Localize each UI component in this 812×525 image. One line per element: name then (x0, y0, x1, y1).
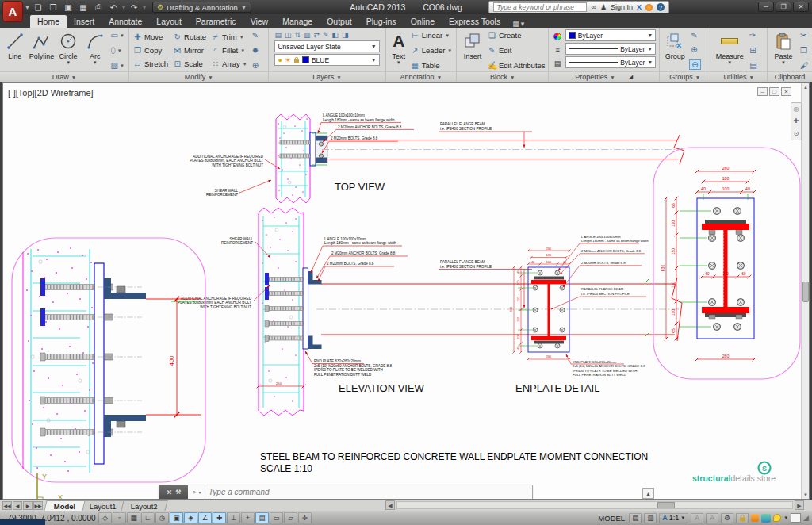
table-tool[interactable]: ▦Table (411, 61, 453, 70)
redo-icon[interactable]: ↷ (128, 2, 140, 13)
copy-clip-icon[interactable]: ❐ (799, 46, 810, 55)
overkill-tool-icon[interactable]: ⊕ (251, 61, 260, 70)
search-input[interactable] (493, 2, 587, 12)
id-point-icon[interactable]: ▤ (748, 61, 758, 70)
trusted-autodesk-icon[interactable] (773, 514, 781, 522)
drawing-area[interactable]: L ANGLE 100x100x10mm Length 180mm - same… (2, 82, 810, 500)
tab-output[interactable]: Output (320, 15, 359, 28)
application-menu-caret-icon[interactable]: ▼ (25, 5, 30, 10)
layer-states-icon[interactable]: ◫ (285, 31, 292, 39)
exchange-apps-icon[interactable]: X (637, 3, 642, 11)
quick-calc-icon[interactable]: ⊞ (748, 46, 758, 55)
layer-properties-icon[interactable]: ▤ (274, 31, 282, 39)
layer-state-dropdown[interactable]: Unsaved Layer State ▼ (274, 40, 379, 52)
utilities-panel-footer[interactable]: Utilities▼ (710, 71, 767, 82)
ellipse-tool-icon[interactable]: ⬯ ▼ (109, 46, 126, 56)
status-menu-caret-icon[interactable]: ▼ (783, 515, 788, 520)
grid-display-icon[interactable]: ▦ (127, 512, 140, 523)
layer-prev-icon[interactable]: ◧ (332, 31, 339, 39)
tab-express-tools[interactable]: Express Tools (442, 15, 508, 28)
layer-walk-icon[interactable]: ◨ (342, 31, 349, 39)
insert-block-tool[interactable]: Insert (459, 29, 486, 71)
tab-manage[interactable]: Manage (275, 15, 320, 28)
layer-isolate-icon[interactable]: ⇅ (294, 31, 301, 39)
isolate-objects-icon[interactable] (761, 514, 771, 523)
create-block-tool[interactable]: ❏Create (488, 31, 546, 40)
zoom-icon[interactable]: ⊙ (794, 130, 799, 137)
annotation-autoscale-icon[interactable]: A (706, 513, 718, 523)
minimize-button[interactable]: ─ (758, 2, 774, 12)
paste-tool[interactable]: Paste ▼ (770, 29, 797, 71)
application-menu-button[interactable]: A (2, 1, 23, 22)
hscroll-left-icon[interactable]: ◀ (385, 500, 395, 510)
layer-freeze-icon[interactable]: ▥ (304, 31, 311, 39)
paste-caret-icon[interactable]: ▼ (781, 60, 786, 65)
last-tab-icon[interactable]: ▶▶ (33, 501, 43, 510)
object-snap-tracking-icon[interactable]: ∠ (198, 512, 212, 523)
layer-freeze-sun-icon[interactable]: ☀ (285, 56, 291, 64)
workspace-switching-icon[interactable]: ⚙ (721, 513, 733, 523)
trim-tool[interactable]: ⌿Trim▼ (211, 30, 247, 44)
edit-block-tool[interactable]: ✎Edit (488, 46, 546, 55)
save-icon[interactable]: ▣ (62, 2, 75, 13)
undo-icon[interactable]: ↶ (107, 2, 120, 13)
tab-view[interactable]: View (243, 15, 276, 28)
modify-panel-footer[interactable]: Modify▼ (129, 71, 268, 82)
object-color-dropdown[interactable]: ByLayer ▼ (565, 29, 656, 41)
tab-model[interactable]: Model (44, 500, 86, 511)
doc-minimize-icon[interactable]: ─ (757, 87, 768, 96)
hscroll-right-icon[interactable]: ▶ (795, 500, 804, 510)
command-grip[interactable]: ✕ ⚒ (159, 485, 188, 499)
scale-tool[interactable]: ⊡Scale (173, 57, 206, 71)
edit-attributes-tool[interactable]: ✍Edit Attributes (488, 61, 546, 70)
search-binoculars-icon[interactable]: ∞ (591, 3, 596, 11)
new-file-icon[interactable]: ❏ (32, 2, 44, 13)
copy-tool[interactable]: ❐Copy (133, 44, 168, 57)
horizontal-scrollbar[interactable] (396, 501, 793, 509)
doc-restore-icon[interactable]: ❐ (769, 87, 779, 96)
object-snap-icon[interactable]: ▣ (170, 512, 183, 523)
command-history-icon[interactable]: ▲ (642, 488, 654, 499)
line-tool[interactable]: Line (2, 29, 28, 71)
move-tool[interactable]: ✚Move (133, 30, 168, 44)
undo-caret-icon[interactable]: ▾ (122, 4, 125, 11)
command-input[interactable] (205, 485, 532, 499)
infer-constraints-icon[interactable]: ◇ (98, 512, 112, 523)
vertical-scrollbar[interactable]: ▲ ▼ (801, 83, 809, 499)
save-as-icon[interactable]: ▦ (77, 2, 90, 13)
quick-view-layouts-icon[interactable]: ▥ (644, 513, 657, 523)
command-close-icon[interactable]: ✕ (167, 489, 173, 496)
communication-center-icon[interactable] (645, 4, 653, 11)
toolbar-lock-icon[interactable] (736, 513, 749, 523)
rotate-tool[interactable]: ↻Rotate (173, 30, 206, 44)
tab-plugins[interactable]: Plug-ins (359, 15, 404, 28)
viewport-label[interactable]: [-][Top][2D Wireframe] (8, 88, 94, 98)
tab-layout2[interactable]: Layout2 (121, 500, 168, 511)
layers-panel-footer[interactable]: Layers▼ (269, 71, 385, 82)
annotation-scale-control[interactable]: A 1:1 ▼ (659, 513, 688, 523)
tab-insert[interactable]: Insert (67, 15, 102, 28)
hardware-acceleration-icon[interactable] (751, 514, 759, 522)
match-properties-icon[interactable]: 🖌 (799, 61, 810, 70)
workspace-switcher[interactable]: ⚙ Drafting & Annotation ▼ (152, 2, 251, 13)
polyline-tool[interactable]: Polyline (29, 29, 55, 71)
dynamic-ucs-icon[interactable]: ✚ (213, 512, 226, 523)
layer-lock-icon[interactable]: ⇄ (314, 31, 320, 39)
open-file-icon[interactable]: ❐ (47, 2, 59, 13)
sign-in-button[interactable]: Sign In (611, 3, 633, 11)
measure-caret-icon[interactable]: ▼ (727, 60, 732, 65)
help-icon[interactable]: ? (657, 3, 665, 11)
linetype-dropdown[interactable]: ByLayer ▼ (565, 56, 656, 68)
layer-unlock-icon[interactable] (293, 56, 300, 63)
lineweight-dropdown[interactable]: ByLayer ▼ (565, 43, 656, 55)
layer-match-icon[interactable]: ✎ (323, 31, 329, 39)
pan-icon[interactable]: ✚ (794, 117, 799, 125)
draw-panel-footer[interactable]: Draw▼ (0, 71, 128, 82)
quick-properties-icon[interactable]: ▭ (270, 512, 283, 523)
lineweight-display-icon[interactable]: + (241, 512, 255, 523)
block-panel-footer[interactable]: Block▼ (457, 71, 548, 82)
ortho-mode-icon[interactable]: ∟ (141, 512, 155, 523)
horizontal-scroll-thumb[interactable] (657, 502, 675, 508)
erase-tool-icon[interactable]: ✎ (251, 31, 260, 40)
scroll-down-icon[interactable]: ▼ (802, 491, 810, 499)
